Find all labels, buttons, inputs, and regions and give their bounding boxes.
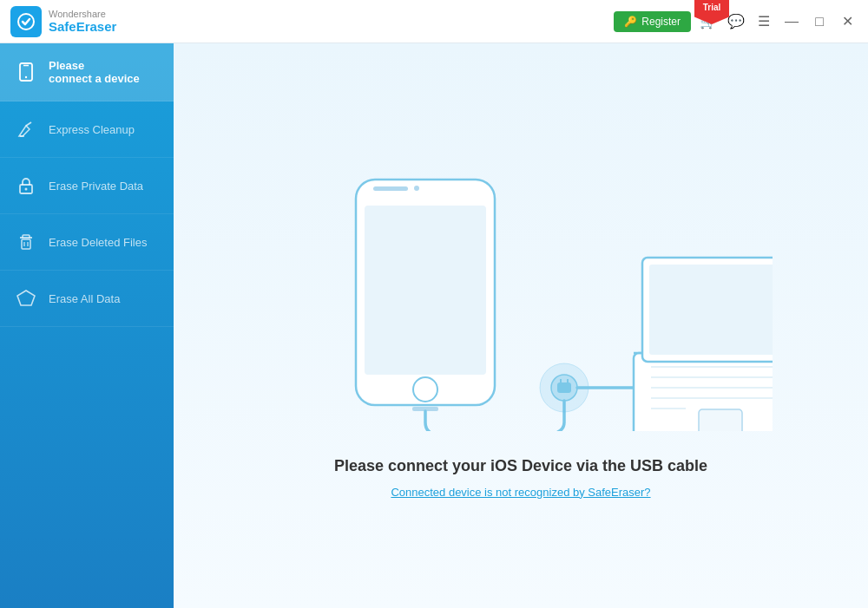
sidebar: Please connect a device Express Cleanup xyxy=(0,43,174,608)
broom-icon xyxy=(14,117,38,141)
svg-line-4 xyxy=(26,122,31,126)
app-logo xyxy=(10,6,42,37)
sidebar-item-erase-all[interactable]: Erase All Data xyxy=(0,271,174,327)
title-bar: Wondershare SafeEraser Trial 🔑 Register … xyxy=(0,0,868,43)
sidebar-item-erase-deleted[interactable]: Erase Deleted Files xyxy=(0,214,174,271)
svg-rect-13 xyxy=(373,186,408,191)
diamond-icon xyxy=(14,286,38,311)
svg-point-2 xyxy=(25,76,27,78)
connect-title: Please connect your iOS Device via the U… xyxy=(334,457,707,475)
app-branding: Wondershare SafeEraser xyxy=(10,6,116,37)
sidebar-label-deleted: Erase Deleted Files xyxy=(49,236,147,249)
svg-rect-25 xyxy=(649,265,773,355)
key-icon: 🔑 xyxy=(624,16,637,28)
sidebar-label-all: Erase All Data xyxy=(49,292,120,305)
svg-point-7 xyxy=(25,188,28,191)
minimize-button[interactable]: — xyxy=(781,11,802,32)
app-brand: Wondershare xyxy=(49,9,116,19)
sidebar-item-erase-private[interactable]: Erase Private Data xyxy=(0,158,174,214)
sidebar-label-express: Express Cleanup xyxy=(49,123,135,136)
svg-rect-27 xyxy=(699,409,742,431)
sidebar-item-connect-device[interactable]: Please connect a device xyxy=(0,43,174,101)
sidebar-item-express-cleanup[interactable]: Express Cleanup xyxy=(0,101,174,158)
register-button[interactable]: 🔑 Register xyxy=(614,11,691,32)
lock-icon xyxy=(14,173,38,198)
svg-point-16 xyxy=(413,377,437,402)
app-title: SafeEraser xyxy=(49,19,116,34)
svg-rect-8 xyxy=(22,239,30,249)
menu-button[interactable]: ☰ xyxy=(753,11,774,32)
close-button[interactable]: ✕ xyxy=(837,11,858,32)
svg-rect-15 xyxy=(365,206,486,375)
connect-link[interactable]: Connected device is not recognized by Sa… xyxy=(391,486,650,499)
content-area: Please connect your iOS Device via the U… xyxy=(174,43,868,608)
register-label: Register xyxy=(641,16,681,28)
svg-rect-20 xyxy=(557,382,571,393)
maximize-button[interactable]: □ xyxy=(809,11,830,32)
svg-point-14 xyxy=(414,186,419,191)
sidebar-label-private: Erase Private Data xyxy=(49,180,143,193)
title-bar-controls: 🔑 Register 🛒 💬 ☰ — □ ✕ xyxy=(614,11,858,32)
app-name-block: Wondershare SafeEraser xyxy=(49,9,116,34)
trash-icon xyxy=(14,230,38,254)
svg-marker-11 xyxy=(17,291,35,305)
connection-illustration xyxy=(269,154,773,431)
phone-icon xyxy=(14,60,38,84)
sidebar-label-connect: Please connect a device xyxy=(49,59,140,85)
main-layout: Please connect a device Express Cleanup xyxy=(0,43,868,608)
